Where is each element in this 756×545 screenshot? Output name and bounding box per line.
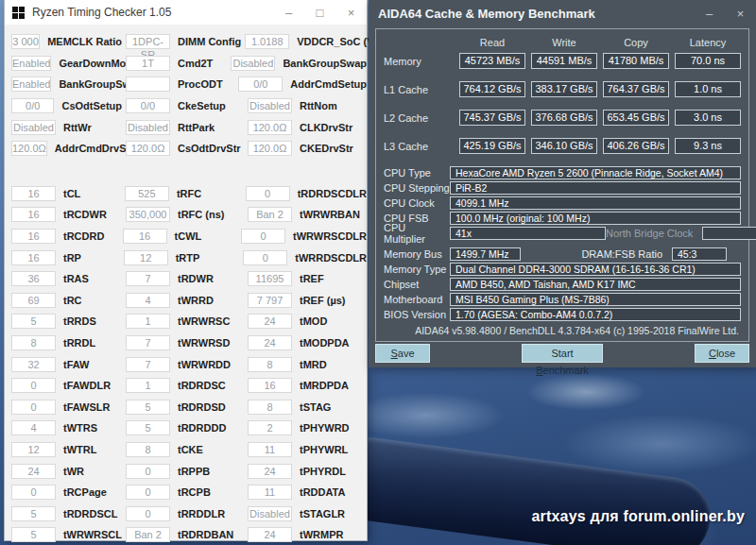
maximize-icon[interactable]: □ [304,0,335,25]
cpu-multiplier-row: CPU Multiplier 41x North Bridge Clock [384,227,741,240]
latency-result-value: 9.3 ns [675,138,741,154]
timing-label: tWTRS [63,422,97,434]
timing-value-field[interactable]: 8 [11,335,56,350]
timing-value-field[interactable]: 7 [126,271,170,286]
config-value-field[interactable]: Disabled [231,56,275,71]
timing-value-field[interactable]: 16 [11,186,56,201]
config-value-field[interactable]: Disabled [11,120,56,135]
config-value-field[interactable]: 120.0Ω [248,120,292,135]
timing-value-field[interactable]: 0 [11,400,56,415]
config-value-field[interactable]: Disabled [126,120,170,135]
timing-cell: 16 tRP [8,250,120,265]
timing-value-field[interactable]: 0 [243,250,287,265]
timing-value-field[interactable]: 16 [123,229,167,244]
timing-value-field[interactable]: 0 [246,186,290,201]
config-value-field[interactable]: Enabled [11,77,51,92]
timing-value-field[interactable]: 8 [126,442,170,457]
timing-label: tRDWR [178,273,214,284]
config-value-field[interactable] [126,77,170,92]
config-value-field[interactable]: 0/0 [238,77,283,92]
timing-value-field[interactable]: 4 [126,293,170,308]
write-result-value: 44591 MB/s [531,53,597,69]
timing-value-field[interactable]: 4 [11,420,56,435]
config-value-field[interactable]: 1.0188 [245,34,289,49]
timing-value-field[interactable]: 5 [11,527,56,542]
save-button[interactable]: Save [375,344,430,363]
timing-value-field[interactable]: 24 [11,464,56,479]
timing-value-field[interactable]: 525 [125,186,169,201]
timing-value-field[interactable]: 5 [126,400,170,415]
timing-value-field[interactable]: 0 [241,229,285,244]
timing-value-field[interactable]: 16 [248,378,292,393]
config-value-field[interactable]: 0/0 [11,98,54,113]
config-value-field[interactable]: 1DPC-SR [126,34,170,49]
timing-value-field[interactable]: 5 [126,420,170,435]
config-value-field[interactable]: 120.0Ω [11,141,47,156]
timing-value-field[interactable]: 24 [248,314,292,329]
minimize-icon[interactable]: – [694,0,725,26]
timing-value-field[interactable]: 11 [248,442,292,457]
watermark-text: artxays для forum.onliner.by [531,508,745,525]
config-value-field[interactable]: Enabled [11,56,51,71]
timing-value-field[interactable]: 0 [126,506,170,521]
timing-value-field[interactable]: 11 [248,485,292,500]
close-icon[interactable]: × [335,0,367,25]
config-value-field[interactable]: 3 000 [11,34,40,49]
timing-label: tMODPDA [300,337,350,349]
start-benchmark-button[interactable]: Start Benchmark [522,344,603,363]
timing-value-field[interactable]: 0 [11,378,56,393]
timing-value-field[interactable]: 350,000 [126,207,170,222]
timing-row: 5 tRRDS 1 tWRWRSC 24 tMOD [8,311,367,332]
timing-value-field[interactable]: 69 [11,293,56,308]
timing-value-field[interactable]: 32 [11,357,56,372]
timing-value-field[interactable]: 24 [248,335,292,350]
timing-value-field[interactable]: 1 [126,378,170,393]
timing-value-field[interactable]: 36 [11,271,56,286]
timing-value-field[interactable]: 2 [248,420,292,435]
timing-value-field[interactable]: 16 [11,207,56,222]
timing-cell: 16 tCWL [119,229,237,244]
minimize-icon[interactable]: – [273,0,304,25]
timing-value-field[interactable]: 12 [124,250,168,265]
timing-value-field[interactable]: 8 [248,357,292,372]
config-cell: 0/0 AddrCmdSetup [234,77,367,92]
config-value-field[interactable]: 120.0Ω [126,141,170,156]
config-value-field[interactable]: Disabled [248,98,292,113]
close-icon[interactable]: × [725,0,756,26]
timing-value-field[interactable]: 12 [11,442,56,457]
info-value: 1.70 (AGESA: Combo-AM4 0.0.7.2) [450,308,741,321]
timing-value-field[interactable]: Disabled [248,506,292,521]
timing-value-field[interactable]: 0 [126,464,170,479]
timing-value-field[interactable]: 16 [11,229,56,244]
timing-value-field[interactable]: 24 [248,527,292,542]
config-value-field[interactable]: 120.0Ω [248,141,292,156]
timing-value-field[interactable]: 11695 [248,271,292,286]
timing-value-field[interactable]: Ban 2 [126,527,170,542]
config-label: Cmd2T [178,58,213,69]
timing-cell: 69 tRC [8,293,122,308]
timing-value-field[interactable]: 24 [248,464,292,479]
dram-fsb-ratio-value: 45:3 [672,247,727,261]
timing-cell: 7 tWRWRDD [122,357,244,372]
timing-value-field[interactable]: 7 [126,335,170,350]
timing-label: tSTAGLR [300,508,345,519]
timing-value-field[interactable]: 7 [126,357,170,372]
config-value-field[interactable]: 0/0 [126,98,170,113]
timing-value-field[interactable]: 0 [126,485,170,500]
timing-value-field[interactable]: 7 797 [248,293,292,308]
config-value-field[interactable]: 1T [126,56,170,71]
write-result-value: 383.17 GB/s [531,81,597,97]
timing-value-field[interactable]: Ban 2 [248,207,292,222]
timing-value-field[interactable]: 0 [11,485,56,500]
config-cell: 120.0Ω CKEDrvStr [244,141,353,156]
close-button[interactable]: Close [695,344,749,363]
timing-label: tCKE [178,444,203,455]
timing-cell: 8 tSTAG [244,400,331,415]
timing-value-field[interactable]: 8 [248,400,292,415]
timing-label: tRDRDSCDLR [298,188,367,199]
timing-value-field[interactable]: 5 [11,506,56,521]
timing-value-field[interactable]: 16 [11,250,56,265]
timing-value-field[interactable]: 1 [126,314,170,329]
timing-label: tRDRDDD [178,422,226,434]
timing-value-field[interactable]: 5 [11,314,56,329]
